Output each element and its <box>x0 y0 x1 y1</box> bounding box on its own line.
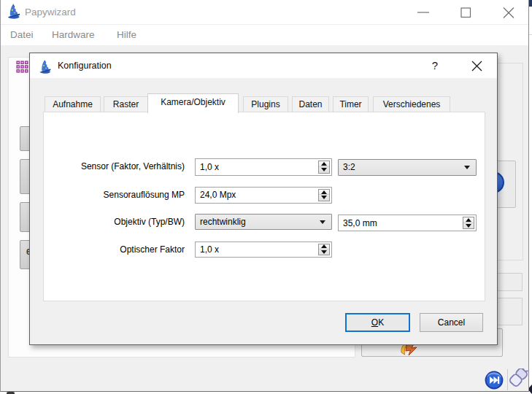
fast-forward-icon[interactable] <box>485 371 504 390</box>
minimize-button[interactable] <box>409 0 438 24</box>
spin-up-button[interactable] <box>319 161 329 167</box>
objektiv-typ-combobox[interactable]: rechtwinklig <box>195 214 332 230</box>
ok-button[interactable]: OK <box>345 313 410 332</box>
ok-label-rest: K <box>378 317 384 328</box>
sensor-faktor-spinbox[interactable]: 1,0 x <box>195 158 332 176</box>
spin-down-icon <box>321 250 327 254</box>
objektiv-typ-value: rechtwinklig <box>200 215 246 229</box>
configuration-dialog: Konfiguration ? Aufnahme Raster Kamera/O… <box>29 53 498 345</box>
spinner-buttons[interactable] <box>318 161 330 174</box>
tab-verschiedenes[interactable]: Verschiedenes <box>373 96 450 112</box>
spin-up-icon <box>466 218 471 222</box>
spin-down-button[interactable] <box>463 223 474 229</box>
tab-page-kamera-objektiv <box>43 112 485 301</box>
dialog-title: Konfiguration <box>58 53 112 78</box>
spin-down-icon <box>321 168 327 171</box>
tab-aufnahme[interactable]: Aufnahme <box>45 96 101 112</box>
spinner-buttons[interactable] <box>318 244 330 255</box>
sensoraufloesung-value: 24,0 Mpx <box>200 188 236 203</box>
optischer-faktor-value: 1,0 x <box>200 242 219 257</box>
ok-label-mnemonic: O <box>371 317 378 328</box>
spin-down-icon <box>321 196 327 199</box>
maximize-button[interactable] <box>451 0 480 24</box>
main-titlebar: Papywizard <box>1 0 528 24</box>
tab-daten[interactable]: Daten <box>292 96 329 112</box>
spin-up-button[interactable] <box>319 190 329 195</box>
flash-icon <box>399 344 421 356</box>
spin-down-icon <box>466 224 471 228</box>
tab-kamera-objektiv[interactable]: Kamera/Objektiv <box>147 93 239 113</box>
brennweite-value: 35,0 mm <box>343 215 377 231</box>
close-icon <box>494 0 523 24</box>
cancel-button[interactable]: Cancel <box>420 313 483 332</box>
dialog-titlebar: Konfiguration ? <box>30 53 497 78</box>
dialog-logo-icon <box>38 59 53 74</box>
close-icon <box>465 53 488 78</box>
menubar: Datei Hardware Hilfe <box>1 24 528 45</box>
tab-timer[interactable]: Timer <box>333 96 369 112</box>
spin-up-icon <box>321 244 327 248</box>
menu-item-hardware[interactable]: Hardware <box>52 25 95 46</box>
tab-plugins[interactable]: Plugins <box>243 96 288 112</box>
window-close-button[interactable] <box>494 0 523 24</box>
spin-up-icon <box>321 190 327 194</box>
brennweite-spinbox[interactable]: 35,0 mm <box>338 215 477 231</box>
spin-down-button[interactable] <box>319 167 329 173</box>
background-line-fragment <box>529 34 532 35</box>
label-sensoraufloesung-mp: Sensorauflösung MP <box>39 187 185 204</box>
dialog-help-button[interactable]: ? <box>423 53 447 78</box>
spin-down-button[interactable] <box>319 250 329 255</box>
label-optischer-faktor: Optischer Faktor <box>39 242 185 258</box>
grid-icon <box>16 61 28 73</box>
connector-icon[interactable] <box>509 368 531 392</box>
label-objektiv-typ-bw: Objektiv (Typ/BW) <box>39 214 185 231</box>
sensor-faktor-value: 1,0 x <box>200 159 219 175</box>
statusbar-separator <box>507 369 508 390</box>
spin-up-button[interactable] <box>463 217 474 223</box>
sensoraufloesung-spinbox[interactable]: 24,0 Mpx <box>195 187 332 204</box>
combo-arrow-icon <box>320 220 325 224</box>
spin-up-button[interactable] <box>319 244 329 250</box>
menu-item-hilfe[interactable]: Hilfe <box>117 25 136 46</box>
dialog-close-button[interactable] <box>465 53 488 78</box>
app-logo-icon <box>7 3 21 20</box>
combo-arrow-icon <box>464 166 470 169</box>
optischer-faktor-spinbox[interactable]: 1,0 x <box>195 242 332 258</box>
spin-down-button[interactable] <box>319 195 329 200</box>
spin-up-icon <box>321 162 327 166</box>
sensor-verhaeltnis-combobox[interactable]: 3:2 <box>338 159 477 176</box>
spinner-buttons[interactable] <box>463 217 474 229</box>
label-sensor-faktor-verhaeltnis: Sensor (Faktor, Verhältnis) <box>39 158 185 175</box>
menu-item-datei[interactable]: Datei <box>10 25 34 46</box>
sensor-verhaeltnis-value: 3:2 <box>343 160 355 175</box>
tab-raster[interactable]: Raster <box>104 96 148 112</box>
maximize-icon <box>461 8 471 18</box>
spinner-buttons[interactable] <box>318 189 330 201</box>
window-title: Papywizard <box>25 0 76 24</box>
